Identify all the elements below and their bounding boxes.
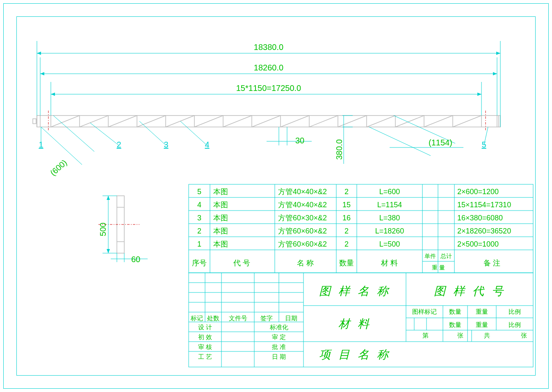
svg-line-35 xyxy=(453,116,481,127)
drawing-canvas: 18380.0 18260.0 15*1150=17250.0 30 380.0… xyxy=(0,0,552,392)
dim-diag1: (1154) xyxy=(429,138,452,147)
svg-line-22 xyxy=(80,116,108,127)
dim-gap: 30 xyxy=(295,136,304,145)
svg-text:共: 共 xyxy=(484,332,490,339)
dim-detail-w: 60 xyxy=(131,255,140,264)
svg-text:审  核: 审 核 xyxy=(198,343,212,350)
svg-text:4: 4 xyxy=(197,201,201,209)
svg-line-27 xyxy=(223,116,252,127)
svg-line-30 xyxy=(309,116,338,127)
svg-text:比例: 比例 xyxy=(509,308,521,315)
title-project: 项 目 名 称 xyxy=(319,348,391,361)
svg-text:2: 2 xyxy=(344,188,349,196)
svg-text:16: 16 xyxy=(342,214,351,222)
svg-line-29 xyxy=(281,116,309,127)
svg-text:材    料: 材 料 xyxy=(381,259,398,267)
svg-rect-0 xyxy=(37,116,500,127)
svg-line-54 xyxy=(369,127,431,156)
svg-line-26 xyxy=(194,116,223,127)
svg-text:数量: 数量 xyxy=(339,259,354,267)
svg-text:日期: 日期 xyxy=(285,315,297,322)
title-drawing-name: 图 样 名 称 xyxy=(319,285,391,297)
svg-text:文件号: 文件号 xyxy=(229,315,247,322)
svg-text:名    称: 名 称 xyxy=(297,259,314,267)
svg-line-33 xyxy=(395,116,424,127)
svg-text:第: 第 xyxy=(422,332,429,339)
svg-text:2: 2 xyxy=(197,227,201,235)
svg-line-25 xyxy=(166,116,194,127)
svg-text:L=380: L=380 xyxy=(379,214,400,222)
svg-text:设  计: 设 计 xyxy=(198,324,212,331)
svg-text:方管40×40×&2: 方管40×40×&2 xyxy=(278,188,327,196)
svg-line-65 xyxy=(180,121,207,145)
svg-text:方管60×60×&2: 方管60×60×&2 xyxy=(278,240,327,248)
svg-line-24 xyxy=(137,116,166,127)
svg-text:1: 1 xyxy=(39,140,43,149)
truss xyxy=(33,111,500,131)
bom-table: 5本图方管40×40×&22L=6002×600=1200 4本图方管40×40… xyxy=(189,184,533,273)
svg-text:单件: 单件 xyxy=(424,253,436,259)
dim-diag2: (600) xyxy=(48,158,68,177)
dim-vert: 380.0 xyxy=(335,139,344,160)
svg-text:比例: 比例 xyxy=(509,321,521,328)
svg-text:备    注: 备 注 xyxy=(484,259,500,267)
svg-text:本图: 本图 xyxy=(213,188,228,196)
svg-line-28 xyxy=(252,116,281,127)
svg-line-63 xyxy=(139,121,166,145)
svg-text:重量: 重量 xyxy=(476,321,488,328)
svg-text:本图: 本图 xyxy=(213,240,228,248)
dim-inner: 18260.0 xyxy=(254,63,283,72)
detail-section: 500 60 xyxy=(98,196,148,264)
svg-text:批  准: 批 准 xyxy=(272,343,286,350)
svg-text:L=18260: L=18260 xyxy=(375,227,404,235)
svg-text:标准化: 标准化 xyxy=(269,324,288,331)
dimensions: 18380.0 18260.0 15*1150=17250.0 30 380.0… xyxy=(37,41,500,177)
svg-text:重量: 重量 xyxy=(476,308,488,315)
svg-text:L=1154: L=1154 xyxy=(377,201,402,209)
svg-text:数量: 数量 xyxy=(449,321,461,328)
svg-text:15: 15 xyxy=(342,201,351,209)
svg-text:签字: 签字 xyxy=(260,315,273,322)
drawing-sheet: 18380.0 18260.0 15*1150=17250.0 30 380.0… xyxy=(0,0,552,392)
svg-line-58 xyxy=(53,116,94,152)
svg-text:审  定: 审 定 xyxy=(272,333,286,340)
svg-text:本图: 本图 xyxy=(213,201,228,209)
svg-text:本图: 本图 xyxy=(213,227,228,235)
callouts: 1 2 3 4 5 xyxy=(39,121,488,149)
svg-rect-38 xyxy=(33,119,36,124)
title-drawing-code: 图 样 代 号 xyxy=(434,285,506,297)
svg-text:2: 2 xyxy=(344,240,349,248)
title-block: 标记处数文件号签字日期 设 计初 效审 核工 艺 标准化审 定批 准日 期 图样… xyxy=(189,273,533,367)
svg-text:2: 2 xyxy=(116,140,121,149)
svg-text:总计: 总计 xyxy=(440,253,452,259)
dim-span: 15*1150=17250.0 xyxy=(236,84,301,93)
svg-text:2×18260=36520: 2×18260=36520 xyxy=(457,227,511,235)
svg-text:工  艺: 工 艺 xyxy=(198,353,212,360)
svg-text:2×500=1000: 2×500=1000 xyxy=(457,240,499,248)
svg-text:L=500: L=500 xyxy=(379,240,400,248)
svg-text:方管60×30×&2: 方管60×30×&2 xyxy=(278,214,327,222)
svg-text:2×600=1200: 2×600=1200 xyxy=(457,188,499,196)
svg-text:张: 张 xyxy=(457,332,463,339)
svg-text:4: 4 xyxy=(205,140,209,149)
svg-text:初  效: 初 效 xyxy=(198,333,212,340)
svg-text:代    号: 代 号 xyxy=(233,259,250,267)
svg-text:图样标记: 图样标记 xyxy=(412,308,437,315)
svg-text:3: 3 xyxy=(197,214,201,222)
svg-text:日  期: 日 期 xyxy=(272,353,286,360)
svg-text:本图: 本图 xyxy=(213,214,228,222)
svg-text:数量: 数量 xyxy=(449,308,461,315)
svg-text:处数: 处数 xyxy=(207,315,219,322)
svg-text:序号: 序号 xyxy=(192,259,207,267)
svg-line-31 xyxy=(338,116,367,127)
svg-text:1: 1 xyxy=(197,240,201,248)
svg-text:标记: 标记 xyxy=(190,315,203,322)
svg-line-34 xyxy=(424,116,453,127)
svg-text:L=600: L=600 xyxy=(379,188,400,196)
dim-overall: 18380.0 xyxy=(254,43,283,52)
svg-line-23 xyxy=(108,116,137,127)
svg-text:5: 5 xyxy=(481,140,486,149)
svg-text:5: 5 xyxy=(197,188,201,196)
svg-text:方管40×40×&2: 方管40×40×&2 xyxy=(278,201,327,209)
svg-text:16×380=6080: 16×380=6080 xyxy=(457,214,503,222)
